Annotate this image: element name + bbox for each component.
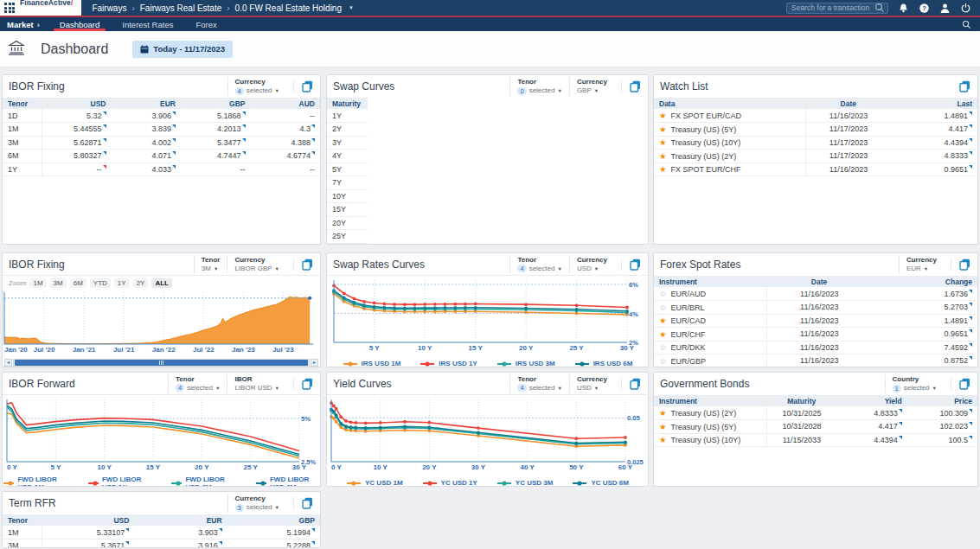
star-icon[interactable]: ★	[659, 124, 667, 134]
column-header[interactable]: USD	[42, 98, 112, 109]
legend-item[interactable]: IRS USD 1M	[343, 360, 401, 367]
dropdown-currency[interactable]: CurrencyEUR▼	[899, 255, 944, 274]
dropdown-currency[interactable]: CurrencyUSD▼	[569, 374, 614, 393]
dropdown-tenor[interactable]: Tenor0selected▼	[509, 77, 568, 96]
copy-icon[interactable]	[293, 378, 314, 390]
column-header[interactable]: GBP	[181, 98, 251, 109]
breadcrumb-item[interactable]: 0.0 FW Real Estate Holding	[235, 3, 342, 13]
column-header[interactable]: EUR	[134, 514, 227, 526]
user-icon[interactable]	[939, 3, 951, 14]
column-header[interactable]: Yield	[836, 395, 906, 406]
legend-item[interactable]: YC USD 3M	[496, 479, 554, 487]
search-icon[interactable]	[874, 3, 885, 13]
star-icon[interactable]: ☆	[659, 303, 667, 312]
copy-icon[interactable]	[621, 259, 642, 271]
star-icon[interactable]: ★	[659, 164, 667, 174]
copy-icon[interactable]	[621, 378, 642, 390]
legend-item[interactable]: FWD LIBOR USD 3M	[170, 476, 236, 488]
legend-item[interactable]: IRS USD 6M	[574, 360, 633, 367]
copy-icon[interactable]	[951, 378, 971, 390]
power-logout-icon[interactable]	[960, 3, 971, 14]
column-header[interactable]: Price	[907, 395, 977, 406]
breadcrumb-caret-icon[interactable]: ▼	[349, 5, 354, 10]
column-header[interactable]: Instrument	[654, 395, 766, 406]
zoom-button-3m[interactable]: 3M	[50, 278, 67, 288]
legend-item[interactable]: YC USD 6M	[572, 479, 629, 487]
copy-icon[interactable]	[293, 259, 314, 271]
dropdown-country[interactable]: Country1selected▼	[885, 374, 944, 393]
dropdown-currency[interactable]: CurrencyLIBOR GBP▼	[227, 255, 286, 274]
legend-item[interactable]: FWD LIBOR USD 1Y	[87, 476, 152, 488]
column-header[interactable]: Tenor	[3, 98, 42, 109]
date-picker[interactable]: Today - 11/17/2023	[132, 41, 233, 58]
legend-item[interactable]: YC USD 1M	[346, 479, 403, 487]
legend-item[interactable]: FWD LIBOR USD 1M	[3, 476, 68, 488]
yield-curves-chart[interactable]: 0 Y10 Y20 Y30 Y40 Y50 Y60 Y0.050.025	[327, 395, 648, 476]
dropdown-currency[interactable]: Currency3selected▼	[227, 494, 286, 513]
column-header[interactable]: EUR	[112, 98, 182, 109]
star-icon[interactable]: ☆	[659, 289, 667, 298]
star-icon[interactable]: ★	[659, 151, 667, 161]
legend-item[interactable]: FWD LIBOR USD 6M	[255, 476, 321, 488]
column-header[interactable]: AUD	[251, 98, 321, 109]
nav-tab-forex[interactable]: Forex	[184, 17, 227, 31]
market-menu[interactable]: Market›	[0, 17, 48, 31]
column-header[interactable]: Data	[654, 98, 805, 109]
nav-tab-dashboard[interactable]: Dashboard	[48, 17, 111, 31]
navigator-left-arrow[interactable]: ◂	[4, 359, 12, 367]
chart-navigator[interactable]: ◂ ▸	[3, 358, 320, 367]
star-icon[interactable]: ★	[659, 316, 667, 325]
star-icon[interactable]: ☆	[659, 356, 667, 366]
help-icon[interactable]: ?	[919, 3, 930, 14]
zoom-button-1y[interactable]: 1Y	[114, 278, 130, 288]
ibor-fixing-chart[interactable]: Jan '20Jul '20Jan '21Jul '21Jan '22Jul '…	[3, 289, 320, 358]
navigator-right-arrow[interactable]: ▸	[311, 359, 318, 367]
dropdown-tenor[interactable]: Tenor4selected▼	[168, 374, 227, 393]
breadcrumb-item[interactable]: Fairways	[92, 3, 126, 13]
column-header[interactable]: Change	[872, 276, 977, 287]
zoom-button-2y[interactable]: 2Y	[133, 278, 149, 288]
column-header[interactable]: Date	[766, 276, 872, 287]
column-header[interactable]: Maturity	[327, 98, 368, 109]
dropdown-tenor[interactable]: Tenor4selected▼	[509, 374, 568, 393]
zoom-button-6m[interactable]: 6M	[70, 278, 86, 288]
star-icon[interactable]: ☆	[659, 342, 667, 352]
dropdown-currency[interactable]: CurrencyGBP▼	[569, 77, 614, 96]
column-header[interactable]: Last	[892, 98, 978, 109]
notifications-bell-icon[interactable]	[898, 3, 909, 14]
copy-icon[interactable]	[293, 80, 314, 93]
star-icon[interactable]: ★	[659, 329, 667, 339]
transaction-search[interactable]	[786, 3, 888, 14]
column-header[interactable]: GBP	[227, 514, 320, 526]
legend-item[interactable]: YC USD 1Y	[422, 479, 477, 487]
column-header[interactable]: Tenor	[3, 514, 42, 526]
star-icon[interactable]: ★	[659, 111, 667, 120]
column-header[interactable]: Instrument	[654, 276, 766, 287]
column-header[interactable]: Maturity	[766, 395, 836, 406]
legend-item[interactable]: IRS USD 1Y	[420, 360, 477, 367]
swap-rates-chart[interactable]: 5 Y10 Y15 Y20 Y25 Y30 Y6%4%2%	[327, 276, 648, 357]
copy-icon[interactable]	[951, 259, 971, 271]
star-icon[interactable]: ★	[659, 435, 667, 444]
dropdown-tenor[interactable]: Tenor4selected▼	[509, 255, 568, 274]
legend-item[interactable]: IRS USD 3M	[496, 360, 555, 367]
column-header[interactable]: USD	[42, 514, 134, 526]
dropdown-currency[interactable]: CurrencyUSD▼	[569, 255, 614, 274]
star-icon[interactable]: ★	[659, 137, 667, 147]
copy-icon[interactable]	[293, 497, 314, 509]
dropdown-tenor[interactable]: Tenor3M▼	[194, 255, 227, 274]
copy-icon[interactable]	[951, 80, 971, 93]
copy-icon[interactable]	[621, 80, 642, 93]
dropdown-currency[interactable]: Currency4selected▼	[227, 77, 286, 96]
star-icon[interactable]: ★	[659, 408, 667, 418]
navigator-track[interactable]	[13, 359, 310, 367]
search-input[interactable]	[791, 3, 874, 12]
navigator-handle[interactable]	[15, 360, 308, 366]
breadcrumb-item[interactable]: Fairways Real Estate	[140, 3, 221, 13]
ibor-forward-chart[interactable]: 0 Y5 Y10 Y15 Y20 Y25 Y30 Y5%2.5%	[3, 395, 320, 476]
star-icon[interactable]: ★	[659, 422, 667, 431]
zoom-button-all[interactable]: ALL	[151, 278, 172, 288]
column-header[interactable]: Date	[805, 98, 892, 109]
app-grid-icon[interactable]	[4, 3, 15, 13]
secondary-search-icon[interactable]	[962, 17, 980, 31]
